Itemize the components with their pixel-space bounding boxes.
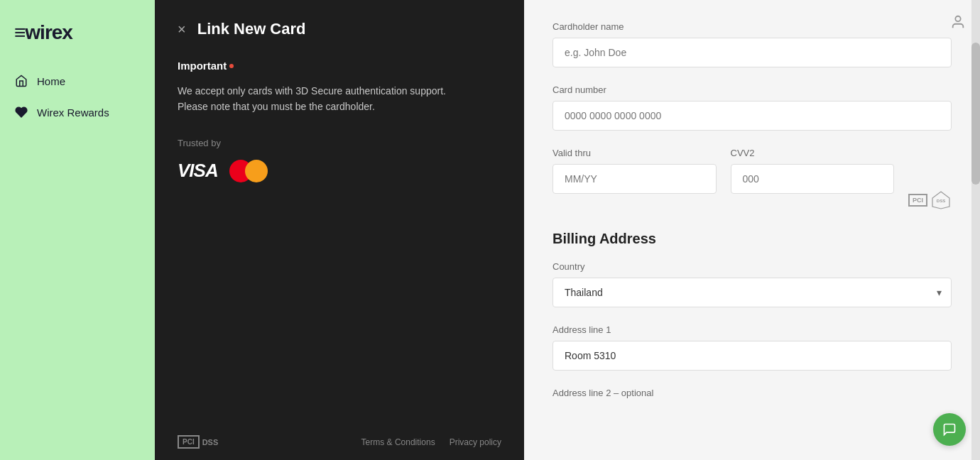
card-logos: VISA	[178, 160, 501, 182]
panel-description: We accept only cards with 3D Secure auth…	[178, 83, 447, 115]
scrollbar-thumb[interactable]	[971, 43, 980, 185]
heart-icon	[14, 105, 28, 119]
trusted-by-label: Trusted by	[178, 138, 501, 148]
cardholder-name-input[interactable]	[552, 38, 952, 67]
card-number-label: Card number	[552, 84, 952, 95]
panel-footer: PCI DSS Terms & Conditions Privacy polic…	[155, 424, 524, 460]
logo: ≡wirex	[0, 14, 155, 65]
pci-box-right: PCI	[908, 194, 927, 207]
cardholder-name-label: Cardholder name	[552, 21, 952, 32]
pci-badge-right: PCI DSS	[908, 190, 952, 211]
cvv2-section: CVV2	[731, 148, 895, 194]
cvv2-input[interactable]	[731, 164, 895, 194]
country-select[interactable]: Thailand United States United Kingdom Ge…	[552, 278, 952, 307]
sidebar: ≡wirex Home Wirex Rewards	[0, 0, 155, 460]
address-line1-label: Address line 1	[552, 324, 952, 335]
dark-panel: × Link New Card Important We accept only…	[155, 0, 524, 460]
card-details-row: Valid thru CVV2 PCI DSS	[552, 148, 952, 211]
important-dot	[229, 64, 234, 68]
form-panel: Cardholder name Card number Valid thru C…	[524, 0, 980, 460]
panel-title: Link New Card	[197, 20, 306, 38]
cardholder-name-section: Cardholder name	[552, 21, 952, 67]
sidebar-item-home[interactable]: Home	[0, 65, 155, 97]
svg-text:DSS: DSS	[937, 199, 945, 203]
svg-point-0	[955, 16, 960, 21]
card-number-input[interactable]	[552, 101, 952, 131]
sidebar-item-home-label: Home	[37, 75, 65, 87]
pci-badge-dark: PCI DSS	[178, 435, 218, 449]
home-icon	[14, 74, 28, 88]
visa-logo: VISA	[178, 160, 218, 182]
privacy-link[interactable]: Privacy policy	[450, 437, 501, 447]
terms-link[interactable]: Terms & Conditions	[361, 437, 435, 447]
address-line2-label: Address line 2 – optional	[552, 388, 952, 398]
valid-thru-input[interactable]	[552, 164, 717, 194]
valid-thru-label: Valid thru	[552, 148, 717, 158]
mastercard-logo	[229, 160, 268, 182]
sidebar-item-rewards-label: Wirex Rewards	[37, 106, 109, 119]
panel-body: Important We accept only cards with 3D S…	[155, 53, 524, 424]
country-label: Country	[552, 261, 952, 272]
cvv2-label: CVV2	[731, 148, 895, 158]
pci-box: PCI	[178, 435, 200, 449]
card-number-section: Card number	[552, 84, 952, 131]
pci-badge-area: PCI DSS	[908, 148, 952, 211]
scrollbar-track	[971, 0, 980, 460]
close-button[interactable]: ×	[178, 22, 186, 36]
country-select-wrapper: Thailand United States United Kingdom Ge…	[552, 278, 952, 307]
country-section: Country Thailand United States United Ki…	[552, 261, 952, 307]
address-line2-section: Address line 2 – optional	[552, 388, 952, 398]
mc-orange-circle	[245, 160, 268, 182]
address-line1-input[interactable]	[552, 341, 952, 371]
user-icon[interactable]	[950, 14, 966, 34]
footer-links: Terms & Conditions Privacy policy	[361, 437, 501, 447]
important-label: Important	[178, 60, 501, 72]
sidebar-item-rewards[interactable]: Wirex Rewards	[0, 97, 155, 128]
chat-button[interactable]	[933, 413, 966, 446]
billing-title: Billing Address	[552, 231, 952, 247]
address-line1-section: Address line 1	[552, 324, 952, 371]
panel-header: × Link New Card	[155, 0, 524, 53]
valid-thru-section: Valid thru	[552, 148, 717, 194]
